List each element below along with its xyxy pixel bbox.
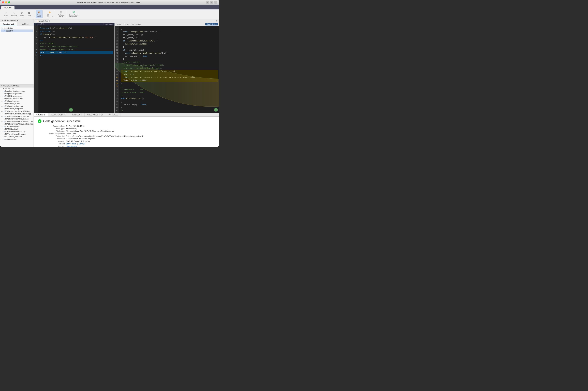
- goto-button[interactable]: Go To: [18, 11, 25, 17]
- gen-file-14[interactable]: — c MWMkldnnUtils.cpp: [0, 125, 34, 128]
- help-icon[interactable]: ?: [214, 1, 217, 4]
- r-line-49: rv[0] = r;: [121, 73, 218, 76]
- gen-file-4[interactable]: — c MWConvLayer.cpp: [0, 100, 34, 102]
- expand-icon[interactable]: ⤢: [210, 1, 213, 4]
- dash-icon-6: —: [1, 105, 3, 107]
- generated-files-list: — c DeepLearningNetwork.cpp — h DeepLear…: [0, 90, 34, 147]
- gen-file-0[interactable]: — c DeepLearningNetwork.cpp: [0, 90, 34, 92]
- r-line-36: if (!isInitialized_classifyX) {: [121, 39, 218, 42]
- gen-file-12[interactable]: — c MWElementwiseAffineLayerImpl.cpp: [0, 120, 34, 123]
- package-code-button[interactable]: PackageCode ▾: [57, 10, 65, 18]
- code-tab[interactable]: { } classifyX.m: [35, 19, 50, 22]
- back-button[interactable]: Back: [3, 11, 9, 17]
- summary-panel: SUMMARY ALL MESSAGES (0) BUILD LOGS CODE…: [34, 113, 219, 147]
- code-tab-label: classifyX.m: [39, 20, 48, 22]
- gen-code-collapse[interactable]: ▼: [1, 85, 3, 87]
- maximize-button[interactable]: [8, 1, 10, 3]
- gen-file-7[interactable]: — h MWConvLayerImpl.hpp: [0, 107, 34, 110]
- code-line-7: %IMG = uint8(mat2gray(abs(X))*255);: [40, 45, 113, 48]
- close-button[interactable]: [2, 1, 4, 3]
- gen-file-16[interactable]: — c MWTargetNetworkImpl.cpp: [0, 130, 34, 133]
- m-file-indicator: M: [35, 23, 36, 25]
- gen-file-11[interactable]: — h MWElementwiseAffineLayer.hpp: [0, 118, 34, 120]
- svg-rect-2: [21, 13, 22, 14]
- trace-code-button[interactable]: TraceCode: [36, 10, 42, 18]
- gen-file-9[interactable]: — h MWCustomLayerForMKLDNN.hpp: [0, 112, 34, 115]
- code-line-6: %cfs = cwt(X);: [40, 42, 113, 45]
- grid-icon[interactable]: ⊞: [206, 1, 209, 4]
- matlab-source-collapse[interactable]: ▼: [1, 20, 3, 22]
- gen-file-17[interactable]: — h MWTargetNetworkImpl.hpp: [0, 133, 34, 135]
- tab-function-list[interactable]: Function List: [0, 22, 17, 26]
- dash-icon-12: —: [1, 121, 3, 122]
- gen-file-5[interactable]: — h MWConvLayer.hpp: [0, 102, 34, 105]
- gen-filename-16: MWTargetNetworkImpl.cpp: [5, 131, 25, 132]
- gen-file-3[interactable]: — h MWCNNLayerImpl.hpp: [0, 98, 34, 100]
- tab-summary[interactable]: SUMMARY: [34, 113, 48, 116]
- gen-file-10[interactable]: — c MWElementwiseAffineLayer.cpp: [0, 115, 34, 118]
- tab-code-insights[interactable]: CODE INSIGHTS (0): [85, 113, 106, 116]
- source-files-collapse[interactable]: ▼: [3, 88, 4, 90]
- trace-code-icon: [38, 11, 41, 14]
- left-collapse-btn[interactable]: ✕: [69, 108, 73, 111]
- edit-in-matlab-button[interactable]: Edit InMATLAB: [46, 10, 54, 18]
- build-type-label: Build type:: [38, 128, 65, 130]
- toolbar: Back Forward Go To: [0, 9, 219, 19]
- processor-value: Generic->MATLAB Host Computer: [66, 138, 215, 140]
- toolchain-label: Toolchain:: [38, 130, 65, 132]
- success-row: ✓ Code generation successful: [38, 119, 215, 123]
- right-collapse-btn[interactable]: ✕: [214, 108, 218, 111]
- r-line-60: net_not_empty = false;: [121, 103, 218, 106]
- svg-line-4: [29, 13, 30, 14]
- gen-file-1[interactable]: — h DeepLearningNetwork.h: [0, 92, 34, 95]
- source-files-text: Source Files: [5, 88, 14, 90]
- r-line-41: coder::DeepLearningNetwork_setup(&net);: [121, 52, 218, 55]
- build-type-value: Static Library: [66, 128, 215, 130]
- gen-file-19[interactable]: — c categorical.cpp: [0, 138, 34, 140]
- left-code-header: M classifyX.m 1 trace found: [34, 23, 114, 25]
- entry-points-link[interactable]: Entry Points: [66, 143, 76, 145]
- sidebar-item-classifyx[interactable]: 𝑓× classifyX: [1, 29, 33, 32]
- matlab-source-header: ▼ MATLAB SOURCE: [0, 19, 34, 22]
- titlebar-controls: ⊞ ⤢ ?: [206, 1, 217, 4]
- cpp-file-tab[interactable]: classifyX.cpp: [205, 23, 218, 25]
- settings-icon[interactable]: ⚙: [216, 20, 218, 22]
- gen-filename-18: anonymous_function.h: [5, 136, 22, 138]
- output-file-label: Output file:: [38, 135, 65, 137]
- settings-link[interactable]: Settings: [79, 143, 85, 145]
- export-report-button[interactable]: Export ReportInformation: [68, 10, 79, 18]
- gen-file-15[interactable]: — h MWMkldnnUtils.h: [0, 128, 34, 130]
- gen-file-2[interactable]: — c MWCNNLayerImpl.cpp: [0, 95, 34, 98]
- cpp-icon-19: c: [4, 138, 5, 140]
- tab-all-messages[interactable]: ALL MESSAGES (0): [48, 113, 69, 116]
- dash-icon-2: —: [1, 96, 3, 97]
- gen-file-13[interactable]: — h MWElementwiseAffineLayerImpl.hpp: [0, 123, 34, 125]
- trace-found-label: 1 trace found: [103, 23, 113, 25]
- details-value: Entry Points | Settings: [66, 143, 215, 145]
- r-line-38: }: [121, 45, 218, 49]
- code-metrics-link[interactable]: Code Metrics: [66, 145, 77, 147]
- h-icon-13: h: [4, 123, 5, 125]
- tab-call-tree[interactable]: Call Tree: [17, 22, 34, 26]
- build-config-label: Build Configuration:: [38, 133, 65, 135]
- left-code-editor[interactable]: 1 2 3 4 5 6 7 8 9 10 11 12: [34, 25, 114, 113]
- goto-icon: [20, 12, 23, 15]
- toolchain-value: Microsoft Visual C++ 2017 v15.0 | nmake …: [66, 130, 215, 132]
- r-line-59: {: [121, 100, 218, 103]
- right-code-header: classifyX.m - [9-9] | 1 trace found clas…: [115, 23, 219, 26]
- dash-icon-15: —: [1, 128, 3, 130]
- tab-build-logs[interactable]: BUILD LOGS: [69, 113, 85, 116]
- forward-button[interactable]: Forward: [10, 11, 18, 17]
- code-line-2: persistent net: [40, 30, 113, 33]
- gen-file-8[interactable]: — c MWCustomLayerForMKLDNN.cpp: [0, 110, 34, 112]
- find-button[interactable]: Find: [26, 11, 32, 17]
- right-code-editor[interactable]: 32 33 34 35 36 37 38 39 40 41 42 43: [115, 26, 219, 113]
- minimize-button[interactable]: [5, 1, 7, 3]
- sidebar-item-classifyxm[interactable]: 📄 classifyX.m: [1, 27, 33, 29]
- dash-icon-11: —: [1, 118, 3, 120]
- gen-file-6[interactable]: — c MWConvLayerImpl.cpp: [0, 105, 34, 107]
- gen-file-18[interactable]: — h anonymous_function.h: [0, 135, 34, 138]
- tab-variables[interactable]: VARIABLES: [106, 113, 121, 116]
- tab-report[interactable]: REPORT: [1, 6, 14, 9]
- dash-icon-5: —: [1, 103, 3, 105]
